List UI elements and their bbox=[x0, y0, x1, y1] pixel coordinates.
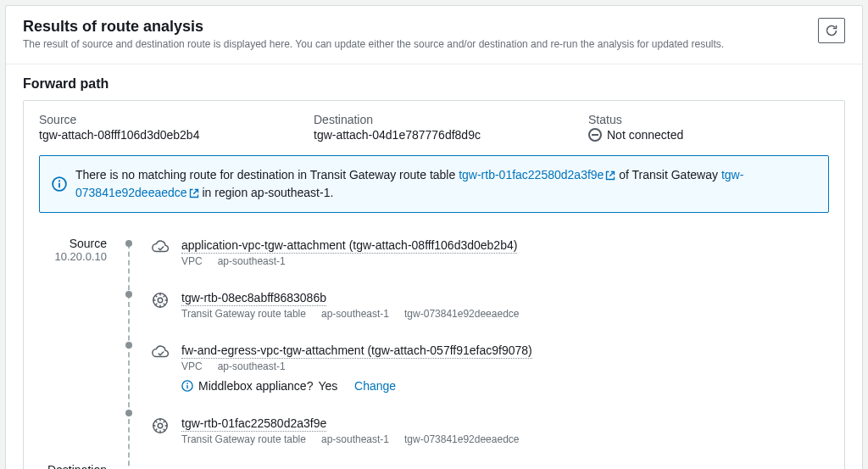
page-title: Results of route analysis bbox=[23, 18, 724, 36]
route-table-link[interactable]: tgw-rtb-01fac22580d2a3f9e bbox=[459, 168, 615, 181]
refresh-icon bbox=[825, 24, 838, 37]
path-hop: tgw-rtb-08ec8abff8683086bTransit Gateway… bbox=[151, 291, 829, 320]
refresh-button[interactable] bbox=[818, 18, 845, 43]
hop-subtext: VPCap-southeast-1 bbox=[181, 360, 829, 372]
not-connected-icon bbox=[588, 128, 602, 142]
path-hop: fw-and-egress-vpc-tgw-attachment (tgw-at… bbox=[151, 343, 829, 393]
path-source-label: Source bbox=[55, 237, 107, 250]
status-label: Status bbox=[588, 113, 829, 126]
middlebox-answer: Yes bbox=[318, 379, 337, 393]
svg-point-4 bbox=[158, 298, 163, 303]
hop-title: fw-and-egress-vpc-tgw-attachment (tgw-at… bbox=[181, 343, 532, 359]
hop-title: tgw-rtb-01fac22580d2a3f9e bbox=[181, 416, 326, 432]
status-value: Not connected bbox=[607, 128, 683, 142]
svg-point-9 bbox=[158, 423, 163, 428]
vpc-icon bbox=[151, 238, 170, 257]
middlebox-change-link[interactable]: Change bbox=[354, 379, 396, 393]
external-link-icon bbox=[605, 170, 615, 181]
external-link-icon bbox=[189, 188, 199, 198]
path-hop: application-vpc-tgw-attachment (tgw-atta… bbox=[151, 238, 829, 267]
middlebox-question: Middlebox appliance? bbox=[198, 379, 313, 393]
info-alert: There is no matching route for destinati… bbox=[39, 155, 829, 213]
path-source-ip: 10.20.0.10 bbox=[55, 250, 107, 263]
route-table-icon bbox=[151, 291, 170, 310]
path-hop: tgw-rtb-01fac22580d2a3f9eTransit Gateway… bbox=[151, 416, 829, 445]
page-subtitle: The result of source and destination rou… bbox=[23, 37, 724, 52]
destination-label: Destination bbox=[314, 113, 554, 126]
svg-point-6 bbox=[186, 382, 188, 384]
hop-subtext: Transit Gateway route tableap-southeast-… bbox=[181, 308, 829, 320]
path-timeline bbox=[124, 238, 134, 469]
middlebox-row: Middlebox appliance? Yes Change bbox=[181, 379, 829, 393]
hop-title: application-vpc-tgw-attachment (tgw-atta… bbox=[181, 238, 517, 254]
alert-text: There is no matching route for destinati… bbox=[75, 166, 816, 202]
info-icon bbox=[52, 176, 67, 192]
path-destination-label: Destination bbox=[47, 463, 107, 469]
forward-path-heading: Forward path bbox=[23, 76, 845, 92]
hop-subtext: Transit Gateway route tableap-southeast-… bbox=[181, 433, 829, 445]
route-table-icon bbox=[151, 416, 170, 435]
forward-path-panel: Source tgw-attach-08fff106d3d0eb2b4 Dest… bbox=[23, 100, 845, 469]
svg-rect-7 bbox=[186, 385, 187, 388]
destination-value: tgw-attach-04d1e787776df8d9c bbox=[314, 128, 554, 142]
svg-rect-2 bbox=[58, 182, 60, 187]
vpc-icon bbox=[151, 343, 170, 362]
hop-title: tgw-rtb-08ec8abff8683086b bbox=[181, 291, 326, 306]
source-value: tgw-attach-08fff106d3d0eb2b4 bbox=[39, 128, 280, 142]
svg-point-1 bbox=[58, 180, 60, 181]
hop-subtext: VPCap-southeast-1 bbox=[181, 255, 829, 267]
info-icon bbox=[181, 380, 193, 392]
source-label: Source bbox=[39, 113, 280, 126]
